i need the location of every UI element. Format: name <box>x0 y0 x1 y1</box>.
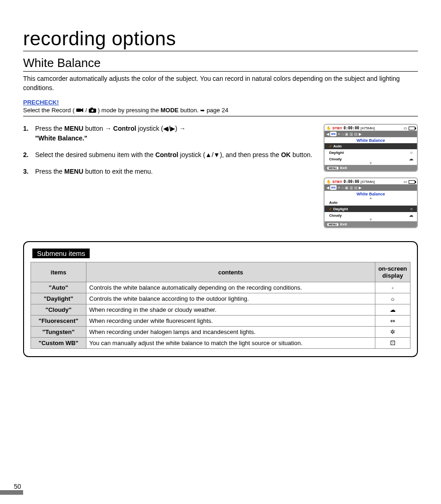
row-item: "Cloudy" <box>31 304 86 316</box>
row-icon: ⚀ <box>375 338 410 349</box>
daylight-icon: ☼ <box>410 150 413 155</box>
wb-tab: WB <box>330 132 337 136</box>
exit-label: Exit <box>340 222 347 226</box>
camcorder-screen-2: ✋ STBY 0:00:00 [475Min] ▭ ◀ WB ✦ ⌂ ▣ ▥ ▤… <box>324 177 418 228</box>
card-icon: ▭ <box>404 180 407 184</box>
video-mode-icon <box>76 107 84 114</box>
row-item: "Daylight" <box>31 293 86 304</box>
step-1-wb: "White Balance." <box>35 134 87 142</box>
screens-column: ✋ STBY 0:00:00 [475Min] ▭ ◀ WB ✦ ⌂ ▣ ▥ ▤… <box>324 124 418 228</box>
tab-icon: ▣ <box>345 132 349 136</box>
menu-daylight-label: Daylight <box>329 151 344 155</box>
tab-icon: ▣ <box>345 186 349 190</box>
stby-label: STBY <box>332 180 342 184</box>
table-row: "Tungsten" When recording under halogen … <box>31 327 410 338</box>
check-icon: ✔ <box>329 207 332 211</box>
tab-icon: ✦ <box>337 186 341 190</box>
screen-2-footer: MENU Exit <box>325 221 417 227</box>
cloudy-icon: ☁ <box>409 157 413 161</box>
menu-auto-label: Auto <box>329 200 337 205</box>
screen-1-menu: ✔Auto Daylight ☼ Cloudy ☁ <box>325 143 417 162</box>
svg-rect-0 <box>76 109 81 112</box>
menu-cloudy-label: Cloudy <box>329 157 342 161</box>
menu-item-auto: ✔Auto <box>325 143 417 149</box>
step-2-c: button. <box>291 151 312 158</box>
hand-icon: ✋ <box>326 180 331 184</box>
row-item: "Custom WB" <box>31 338 86 349</box>
row-content: When recording in the shade or cloudy we… <box>86 304 375 316</box>
precheck-label: PRECHECK! <box>23 99 418 106</box>
tab-icon: ▤ <box>354 132 358 136</box>
col-display: on-screen display <box>375 262 410 282</box>
daylight-icon: ☼ <box>410 206 413 211</box>
col-items: items <box>31 262 86 282</box>
step-1-b: button → <box>83 125 113 132</box>
tab-icon: ▤ <box>354 186 358 190</box>
screen-2-tabs: ◀ WB ✦ ⌂ ▣ ▥ ▤ ▶ <box>325 184 417 191</box>
menu-daylight-label: Daylight <box>333 207 348 211</box>
menu-item-daylight: Daylight ☼ <box>325 149 417 156</box>
step-3-a: Press the <box>35 168 64 175</box>
step-1: Press the MENU button → Control joystick… <box>23 124 315 143</box>
screen-1-status: ✋ STBY 0:00:00 [475Min] ▭ <box>325 125 417 131</box>
control-label: Control <box>113 125 136 132</box>
row-content: When recording under white fluorescent l… <box>86 316 375 327</box>
step-2-b: joystick (▲/▼), and then press the <box>178 151 281 158</box>
tab-right-icon: ▶ <box>359 132 361 136</box>
hand-icon: ✋ <box>326 126 331 130</box>
table-row: "Custom WB" You can manually adjust the … <box>31 338 410 349</box>
control-label-2: Control <box>155 151 178 158</box>
section-title: White Balance <box>23 56 418 72</box>
menu-softkey: MENU <box>327 223 338 226</box>
step-3-b: button to exit the menu. <box>83 168 153 175</box>
row-item: "Auto" <box>31 282 86 293</box>
row-icon: ☼ <box>375 293 410 304</box>
submenu-label: Submenu items <box>32 249 90 258</box>
svg-rect-3 <box>91 108 93 109</box>
precheck-suffix-a: ) mode by pressing the <box>98 107 160 114</box>
ok-button-label: OK <box>281 151 291 158</box>
svg-marker-1 <box>81 108 83 112</box>
col-contents: contents <box>86 262 375 282</box>
screen-2-status: ✋ STBY 0:00:00 [475Min] ▭ <box>325 178 417 184</box>
screen-1-footer: MENU Exit <box>325 165 417 171</box>
row-icon: - <box>375 282 410 293</box>
step-3: Press the MENU button to exit the menu. <box>23 167 315 176</box>
time-label: 0:00:00 <box>343 126 359 130</box>
exit-label: Exit <box>340 166 347 170</box>
row-icon: ✲ <box>375 327 410 338</box>
tab-icon: ▥ <box>349 186 353 190</box>
precheck-suffix-b: button. <box>180 107 200 114</box>
table-row: "Fluorescent" When recording under white… <box>31 316 410 327</box>
screen-2-menu: Auto ✔Daylight ☼ Cloudy ☁ <box>325 200 417 219</box>
submenu-table: items contents on-screen display "Auto" … <box>31 262 410 349</box>
battery-icon <box>409 127 415 130</box>
table-row: "Daylight" Controls the white balance ac… <box>31 293 410 304</box>
precheck-prefix: Select the Record ( <box>23 107 74 114</box>
screen-1-tabs: ◀ WB ✦ ⌂ ▣ ▥ ▤ ▶ <box>325 131 417 137</box>
row-content: Controls the white balance automatically… <box>86 282 375 293</box>
tab-icon: ⌂ <box>342 132 344 136</box>
menu-auto-label: Auto <box>333 144 342 148</box>
tab-icon: ✦ <box>337 132 341 136</box>
step-2: Select the desired submenu item with the… <box>23 150 315 159</box>
menu-button-label-2: MENU <box>64 168 83 175</box>
page-title: recording options <box>23 28 418 51</box>
card-icon: ▭ <box>404 126 407 130</box>
tab-icon: ⌂ <box>342 186 344 190</box>
battery-icon <box>409 180 415 184</box>
row-content: You can manually adjust the white balanc… <box>86 338 375 349</box>
svg-point-4 <box>92 110 93 112</box>
time-label: 0:00:00 <box>343 180 359 184</box>
remain-label: [475Min] <box>361 180 375 184</box>
menu-item-auto: Auto <box>325 200 417 206</box>
steps-list: Press the MENU button → Control joystick… <box>23 124 315 183</box>
row-content: Controls the white balance according to … <box>86 293 375 304</box>
table-row: "Cloudy" When recording in the shade or … <box>31 304 410 316</box>
row-item: "Tungsten" <box>31 327 86 338</box>
step-1-a: Press the <box>35 125 64 132</box>
menu-softkey: MENU <box>327 167 338 170</box>
stby-label: STBY <box>332 126 342 130</box>
tab-left-icon: ◀ <box>326 132 329 136</box>
row-icon: ☁ <box>375 304 410 316</box>
